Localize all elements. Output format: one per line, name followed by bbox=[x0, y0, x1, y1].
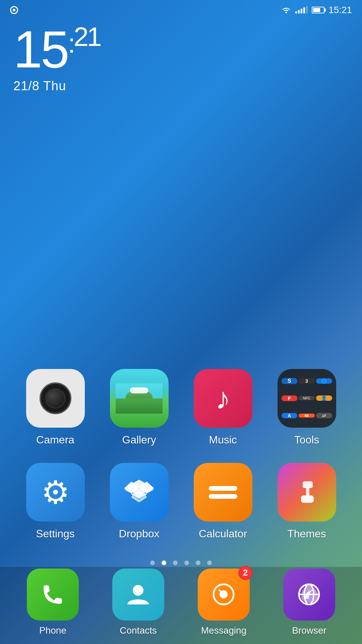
app-item-music[interactable]: ♪ Music bbox=[188, 369, 258, 446]
status-bar: 15:21 bbox=[0, 0, 362, 20]
clock-widget: 15:21 21/8 Thu bbox=[13, 23, 100, 93]
camera-label: Camera bbox=[36, 434, 74, 446]
gallery-landscape bbox=[116, 383, 163, 414]
contacts-label: Contacts bbox=[120, 625, 157, 636]
app-item-gallery[interactable]: Gallery bbox=[104, 369, 174, 446]
page-dot-1[interactable] bbox=[162, 560, 166, 565]
battery-indicator bbox=[312, 7, 324, 13]
signal-bars bbox=[295, 7, 308, 13]
app-row-1: Camera Gallery ♪ Music S bbox=[13, 369, 349, 446]
signal-bar-4 bbox=[303, 7, 305, 13]
folder-app-9: ⇄ bbox=[316, 413, 332, 418]
dropbox-symbol bbox=[124, 479, 154, 506]
music-icon: ♪ bbox=[194, 369, 252, 428]
calculator-lines bbox=[209, 486, 237, 499]
clock-colon: : bbox=[68, 30, 73, 57]
settings-label: Settings bbox=[36, 528, 75, 540]
camera-lens bbox=[40, 382, 71, 414]
signal-bar-1 bbox=[295, 11, 297, 13]
themes-brush-symbol bbox=[293, 478, 321, 506]
status-time: 15:21 bbox=[328, 5, 352, 15]
dock: Phone Contacts 2 Messaging bbox=[0, 567, 362, 644]
app-item-themes[interactable]: Themes bbox=[272, 463, 342, 540]
contacts-symbol bbox=[124, 580, 153, 609]
phone-icon bbox=[27, 569, 79, 621]
svg-rect-9 bbox=[301, 495, 314, 503]
folder-app-4: F bbox=[282, 395, 298, 401]
notification-dot bbox=[10, 6, 18, 14]
status-left bbox=[10, 6, 18, 14]
svg-point-10 bbox=[133, 585, 143, 596]
settings-gear-symbol: ⚙ bbox=[41, 474, 70, 511]
dropbox-icon bbox=[110, 463, 169, 522]
calc-line-2 bbox=[209, 494, 237, 499]
camera-icon bbox=[26, 369, 85, 428]
calculator-label: Calculator bbox=[199, 528, 247, 540]
gallery-ground bbox=[116, 398, 163, 414]
browser-symbol bbox=[295, 580, 323, 609]
themes-icon bbox=[278, 463, 336, 522]
pagination-dots bbox=[0, 560, 362, 565]
wifi-icon bbox=[281, 6, 291, 14]
clock-time: 15:21 bbox=[13, 23, 100, 75]
contacts-icon bbox=[112, 569, 164, 621]
app-item-camera[interactable]: Camera bbox=[20, 369, 90, 446]
page-dot-0[interactable] bbox=[150, 560, 155, 565]
folder-app-1: S bbox=[282, 378, 298, 384]
clock-hour: 15 bbox=[13, 20, 68, 78]
dropbox-label: Dropbox bbox=[119, 528, 160, 540]
signal-bar-5 bbox=[306, 6, 308, 13]
phone-symbol bbox=[39, 580, 67, 609]
svg-rect-7 bbox=[303, 481, 313, 488]
settings-icon: ⚙ bbox=[26, 463, 85, 522]
messaging-icon: 2 bbox=[198, 569, 250, 621]
app-row-2: ⚙ Settings bbox=[13, 463, 349, 540]
folder-app-3: 🌐 bbox=[316, 378, 332, 384]
calc-line-1 bbox=[209, 486, 237, 491]
dock-item-messaging[interactable]: 2 Messaging bbox=[198, 569, 250, 636]
signal-bar-3 bbox=[301, 9, 302, 13]
tools-icon: S 3 🌐 F NFC 👤 A Mi ⇄ bbox=[278, 369, 336, 428]
gallery-icon bbox=[110, 369, 169, 428]
messaging-label: Messaging bbox=[201, 625, 246, 636]
dock-item-phone[interactable]: Phone bbox=[27, 569, 79, 636]
calculator-icon bbox=[194, 463, 252, 522]
signal-bar-2 bbox=[298, 10, 300, 13]
app-grid: Camera Gallery ♪ Music S bbox=[0, 369, 362, 557]
page-dot-5[interactable] bbox=[207, 560, 212, 565]
folder-app-2: 3 bbox=[299, 378, 315, 384]
camera-inner-lens bbox=[45, 388, 65, 409]
status-right: 15:21 bbox=[281, 5, 352, 15]
gallery-label: Gallery bbox=[122, 434, 156, 446]
folder-app-8: Mi bbox=[299, 414, 315, 418]
messaging-badge: 2 bbox=[238, 566, 252, 580]
folder-app-7: A bbox=[282, 413, 298, 418]
phone-label: Phone bbox=[39, 625, 66, 636]
messaging-symbol bbox=[209, 580, 238, 609]
page-dot-4[interactable] bbox=[196, 560, 200, 565]
folder-app-6: 👤 bbox=[316, 395, 332, 401]
app-item-dropbox[interactable]: Dropbox bbox=[104, 463, 174, 540]
clock-date: 21/8 Thu bbox=[13, 79, 100, 93]
music-label: Music bbox=[209, 434, 237, 446]
gallery-cloud bbox=[130, 387, 148, 393]
page-dot-3[interactable] bbox=[184, 560, 189, 565]
app-item-settings[interactable]: ⚙ Settings bbox=[20, 463, 90, 540]
browser-icon bbox=[283, 569, 335, 621]
browser-label: Browser bbox=[292, 625, 326, 636]
dock-item-browser[interactable]: Browser bbox=[283, 569, 335, 636]
svg-point-0 bbox=[285, 12, 287, 13]
app-item-calculator[interactable]: Calculator bbox=[188, 463, 258, 540]
svg-rect-8 bbox=[306, 487, 309, 496]
folder-app-5: NFC bbox=[299, 396, 315, 400]
music-note-symbol: ♪ bbox=[216, 383, 231, 414]
clock-minute: 21 bbox=[74, 22, 100, 52]
themes-label: Themes bbox=[287, 528, 326, 540]
page-dot-2[interactable] bbox=[173, 560, 178, 565]
tools-label: Tools bbox=[294, 434, 319, 446]
app-item-tools[interactable]: S 3 🌐 F NFC 👤 A Mi ⇄ Tools bbox=[272, 369, 342, 446]
dock-item-contacts[interactable]: Contacts bbox=[112, 569, 164, 636]
